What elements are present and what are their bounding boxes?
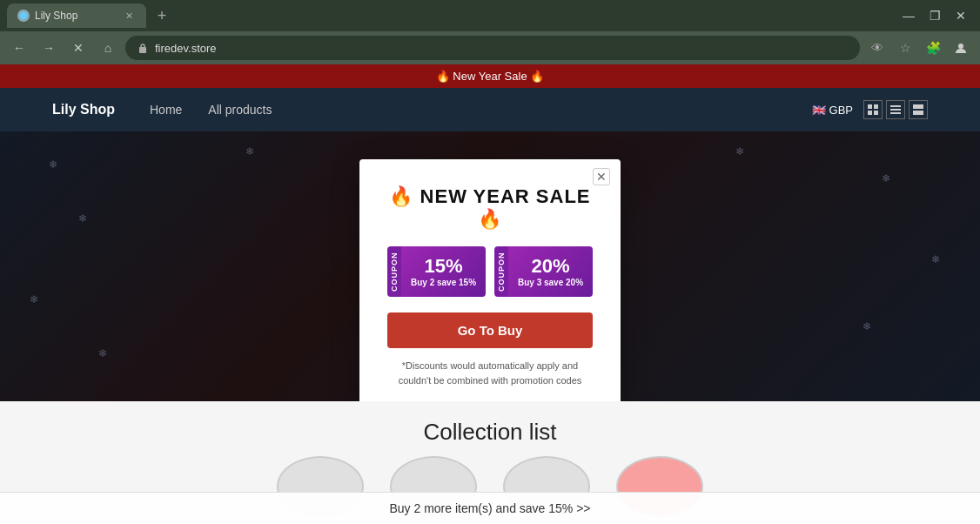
nav-links: Home All products [150,103,272,117]
svg-rect-11 [913,111,923,115]
currency-text: GBP [829,104,853,117]
sale-banner: 🔥 New Year Sale 🔥 [0,64,980,88]
coupon1-label: COUPON [387,246,401,297]
svg-rect-8 [890,109,901,111]
nav-home[interactable]: Home [150,103,182,117]
svg-rect-6 [874,111,878,115]
svg-point-0 [20,12,27,19]
window-controls: — ❐ ✕ [896,3,973,28]
banner-text: 🔥 New Year Sale 🔥 [436,70,545,83]
eye-icon[interactable]: 👁 [865,36,889,60]
shop-logo: Lily Shop [52,102,115,118]
close-window-button[interactable]: ✕ [949,3,973,28]
address-icons: 👁 ☆ 🧩 [865,36,973,60]
restore-button[interactable]: ❐ [923,3,947,28]
large-grid-icon[interactable] [909,100,928,119]
forward-button[interactable]: → [37,36,61,60]
coupon2-content: 20% Buy 3 save 20% [508,246,593,297]
svg-rect-3 [868,104,872,109]
sale-modal: ✕ 🔥 NEW YEAR SALE 🔥 COUPON 15% Buy 2 sav… [359,159,621,401]
coupon2-desc: Buy 3 save 20% [518,278,583,287]
flag-icon: 🇬🇧 [812,104,826,117]
browser-chrome: Lily Shop ✕ + — ❐ ✕ ← → ✕ ⌂ firedev.stor… [0,0,980,64]
coupon-20[interactable]: COUPON 20% Buy 3 save 20% [494,246,593,297]
modal-title: 🔥 NEW YEAR SALE 🔥 [387,185,593,231]
address-input-bar[interactable]: firedev.store [125,36,860,60]
list-view-icon[interactable] [886,100,905,119]
modal-close-button[interactable]: ✕ [593,168,610,185]
svg-rect-9 [890,112,901,114]
svg-rect-4 [874,104,878,109]
currency-selector[interactable]: 🇬🇧 GBP [812,104,853,117]
address-bar: ← → ✕ ⌂ firedev.store 👁 ☆ 🧩 [0,31,980,64]
url-text: firedev.store [155,42,217,55]
nav-all-products[interactable]: All products [208,103,272,117]
svg-rect-10 [913,104,923,109]
go-to-buy-button[interactable]: Go To Buy [387,312,593,348]
savings-text: Buy 2 more item(s) and save 15% >> [389,501,590,515]
extension-icon[interactable]: 🧩 [921,36,945,60]
bottom-savings-bar[interactable]: Buy 2 more item(s) and save 15% >> [0,492,980,524]
grid-view-icon[interactable] [863,100,883,119]
collection-title: Collection list [0,419,980,446]
coupon1-content: 15% Buy 2 save 15% [401,246,486,297]
minimize-button[interactable]: — [896,3,921,28]
svg-rect-7 [890,105,901,107]
tab-favicon [17,10,30,22]
close-tab-button[interactable]: ✕ [122,9,136,23]
coupon2-percent: 20% [531,256,569,277]
svg-rect-5 [868,111,872,115]
tab-bar: Lily Shop ✕ + — ❐ ✕ [0,0,980,31]
nav-right: 🇬🇧 GBP [812,100,928,119]
hero-section: ❄ ❄ ❄ ❄ ❄ ❄ ❄ ❄ ❄ ❄ ✕ 🔥 NEW YEAR SALE 🔥 … [0,131,980,401]
coupon2-label: COUPON [494,246,508,297]
star-icon[interactable]: ☆ [893,36,917,60]
coupon1-desc: Buy 2 save 15% [411,278,476,287]
profile-icon[interactable] [949,36,973,60]
coupon1-percent: 15% [424,256,462,277]
tab-title: Lily Shop [35,10,77,22]
view-icons [863,100,928,119]
lock-icon [138,43,148,53]
home-button[interactable]: ⌂ [96,36,120,60]
coupons-container: COUPON 15% Buy 2 save 15% COUPON 20% Buy… [387,246,593,297]
coupon-15[interactable]: COUPON 15% Buy 2 save 15% [387,246,486,297]
svg-point-2 [958,44,963,49]
svg-rect-1 [139,47,146,53]
back-button[interactable]: ← [7,36,31,60]
modal-disclaimer: *Discounts would automatically apply and… [387,359,593,387]
shop-navigation: Lily Shop Home All products 🇬🇧 GBP [0,88,980,131]
stop-button[interactable]: ✕ [66,36,91,60]
new-tab-button[interactable]: + [150,3,174,28]
browser-tab[interactable]: Lily Shop ✕ [7,3,146,28]
website-content: 🔥 New Year Sale 🔥 Lily Shop Home All pro… [0,64,980,524]
